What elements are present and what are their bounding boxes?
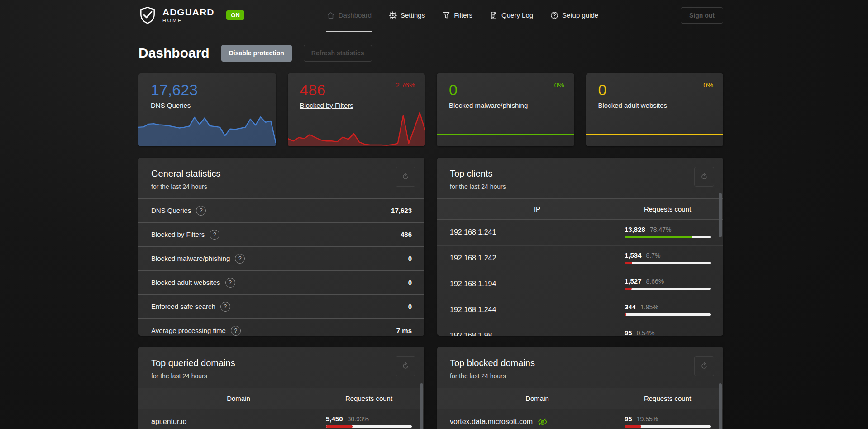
card-dns-queries: 17,623 DNS Queries bbox=[138, 73, 276, 146]
brand-sub: HOME bbox=[162, 18, 214, 23]
help-icon[interactable] bbox=[220, 302, 230, 312]
refresh-icon bbox=[700, 362, 708, 370]
requests-bar bbox=[625, 288, 711, 290]
blocked-adult-percent: 0% bbox=[703, 81, 713, 89]
table-row: 192.168.1.242 1,5348.7% bbox=[437, 245, 723, 271]
refresh-icon bbox=[401, 362, 410, 370]
shield-logo-icon bbox=[138, 5, 157, 25]
stat-cards-row: 17,623 DNS Queries 486 Blocked by Filter… bbox=[138, 73, 723, 146]
panel-refresh-button[interactable] bbox=[694, 167, 714, 187]
table-header: Domain Requests count bbox=[138, 388, 424, 409]
eye-off-icon[interactable] bbox=[537, 416, 548, 427]
blocked-filters-link[interactable]: Blocked by Filters bbox=[300, 101, 353, 109]
blocked-malware-label: Blocked malware/phishing bbox=[449, 101, 528, 109]
panel-refresh-button[interactable] bbox=[396, 167, 415, 187]
panel-subtitle: for the last 24 hours bbox=[450, 183, 711, 190]
requests-bar bbox=[625, 313, 711, 316]
requests-bar bbox=[625, 425, 711, 428]
help-icon[interactable] bbox=[225, 278, 235, 288]
table-row: vortex.data.microsoft.com 9519.55% bbox=[437, 409, 723, 429]
blocked-adult-label: Blocked adult websites bbox=[598, 101, 668, 109]
protection-status-badge: ON bbox=[226, 10, 244, 20]
panel-refresh-button[interactable] bbox=[396, 356, 415, 376]
dns-queries-value: 17,623 bbox=[151, 82, 198, 98]
table-row: 192.168.1.194 1,5278.66% bbox=[437, 271, 723, 297]
blocked-filters-percent: 2.76% bbox=[396, 81, 415, 89]
nav-tab-query-log[interactable]: Query Log bbox=[490, 0, 533, 30]
help-icon[interactable] bbox=[235, 254, 245, 264]
stat-row: DNS Queries 17,623 bbox=[138, 198, 424, 222]
top-blocked-domains-panel: Top blocked domains for the last 24 hour… bbox=[437, 347, 723, 429]
brand-name: ADGUARD bbox=[162, 7, 214, 17]
nav-tab-dashboard[interactable]: Dashboard bbox=[327, 0, 372, 30]
queried-domain: api.entur.io bbox=[151, 418, 326, 426]
card-blocked-by-filters: 486 Blocked by Filters 2.76% bbox=[288, 73, 425, 146]
client-ip[interactable]: 192.168.1.242 bbox=[450, 254, 625, 262]
blocked-filters-value: 486 bbox=[300, 82, 326, 98]
stat-row: Average processing time 7 ms bbox=[138, 318, 424, 336]
refresh-statistics-button[interactable]: Refresh statistics bbox=[304, 45, 372, 62]
gear-icon bbox=[389, 11, 397, 19]
table-row: 192.168.1.98 950.54% bbox=[437, 323, 723, 336]
panel-title: Top clients bbox=[450, 169, 711, 179]
stat-row: Blocked malware/phishing 0 bbox=[138, 246, 424, 270]
general-statistics-panel: General statistics for the last 24 hours… bbox=[138, 158, 424, 336]
help-icon[interactable] bbox=[210, 230, 219, 240]
top-navbar: ADGUARD HOME ON Dashboard bbox=[0, 0, 868, 30]
panel-subtitle: for the last 24 hours bbox=[151, 372, 412, 380]
scrollbar-thumb[interactable] bbox=[719, 193, 722, 237]
top-clients-panel: Top clients for the last 24 hours IP Req… bbox=[437, 158, 723, 336]
help-icon[interactable] bbox=[231, 326, 241, 336]
table-row: 192.168.1.241 13,82878.47% bbox=[437, 220, 723, 245]
card-blocked-adult: 0 Blocked adult websites 0% bbox=[586, 73, 724, 146]
panel-subtitle: for the last 24 hours bbox=[151, 183, 412, 190]
dns-queries-label: DNS Queries bbox=[151, 101, 191, 109]
brand-logo[interactable]: ADGUARD HOME ON bbox=[138, 5, 244, 25]
document-icon bbox=[490, 11, 498, 19]
card-blocked-malware: 0 Blocked malware/phishing 0% bbox=[437, 73, 574, 146]
nav-tab-settings[interactable]: Settings bbox=[389, 0, 425, 30]
panel-refresh-button[interactable] bbox=[694, 356, 714, 376]
blocked-malware-percent: 0% bbox=[554, 81, 564, 89]
blocked-adult-value: 0 bbox=[598, 82, 607, 98]
dashboard-content: Dashboard Disable protection Refresh sta… bbox=[138, 45, 723, 429]
dns-queries-sparkline bbox=[138, 111, 276, 146]
client-ip[interactable]: 192.168.1.98 bbox=[450, 332, 625, 336]
top-queried-domains-panel: Top queried domains for the last 24 hour… bbox=[138, 347, 424, 429]
panel-title: Top queried domains bbox=[151, 358, 412, 368]
home-icon bbox=[327, 11, 335, 19]
scrollbar-thumb[interactable] bbox=[420, 383, 423, 429]
client-ip[interactable]: 192.168.1.244 bbox=[450, 306, 625, 314]
blocked-malware-zero-line bbox=[437, 134, 574, 135]
client-ip[interactable]: 192.168.1.194 bbox=[450, 280, 625, 288]
help-icon[interactable] bbox=[196, 206, 206, 216]
question-icon bbox=[550, 11, 558, 19]
client-ip[interactable]: 192.168.1.241 bbox=[450, 228, 625, 236]
requests-bar bbox=[625, 262, 711, 264]
scrollbar-thumb[interactable] bbox=[719, 383, 722, 429]
stat-row: Blocked by Filters 486 bbox=[138, 222, 424, 246]
page-title: Dashboard bbox=[138, 45, 210, 61]
requests-bar bbox=[326, 425, 412, 428]
sign-out-button[interactable]: Sign out bbox=[681, 7, 723, 24]
disable-protection-button[interactable]: Disable protection bbox=[221, 45, 292, 62]
panel-title: Top blocked domains bbox=[450, 358, 711, 368]
panel-subtitle: for the last 24 hours bbox=[450, 372, 711, 380]
funnel-icon bbox=[442, 11, 450, 19]
table-row: api.entur.io 5,45030.93% bbox=[138, 409, 424, 429]
blocked-domain: vortex.data.microsoft.com bbox=[450, 418, 533, 426]
panel-title: General statistics bbox=[151, 169, 412, 179]
requests-bar bbox=[625, 236, 711, 238]
stat-row: Blocked adult websites 0 bbox=[138, 270, 424, 294]
refresh-icon bbox=[401, 173, 410, 181]
table-header: Domain Requests count bbox=[437, 388, 723, 409]
stat-row: Enforced safe search 0 bbox=[138, 294, 424, 318]
blocked-filters-sparkline bbox=[288, 111, 425, 146]
blocked-malware-value: 0 bbox=[449, 82, 458, 98]
table-header: IP Requests count bbox=[437, 198, 723, 220]
blocked-adult-zero-line bbox=[586, 134, 724, 135]
nav-tab-setup-guide[interactable]: Setup guide bbox=[550, 0, 598, 30]
nav-tab-filters[interactable]: Filters bbox=[442, 0, 472, 30]
table-row: 192.168.1.244 3441.95% bbox=[437, 297, 723, 323]
refresh-icon bbox=[700, 173, 708, 181]
